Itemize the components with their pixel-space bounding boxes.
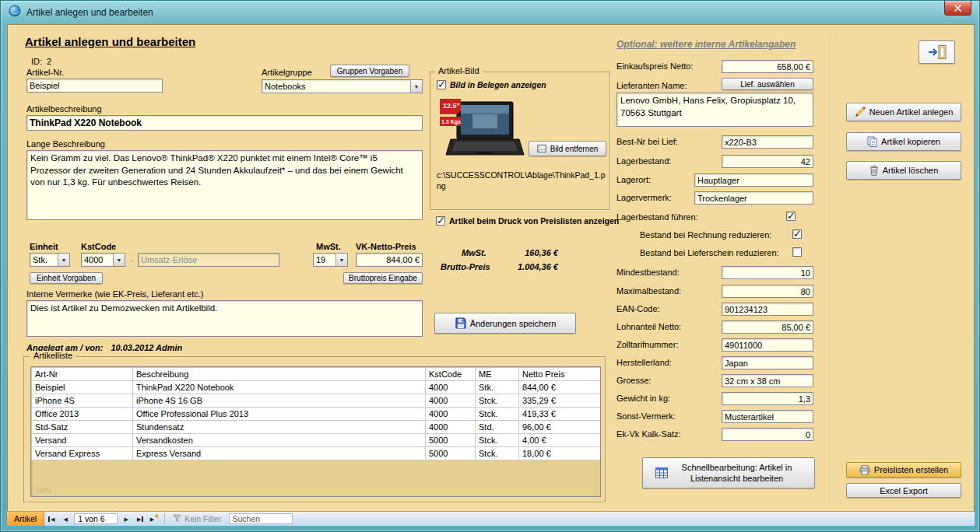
schnellbearbeitung-label: Schnellbearbeitung: Artikel in Listenans…: [672, 462, 803, 485]
artikel-cell: 5000: [426, 447, 476, 460]
new-article-button[interactable]: Neuen Artikel anlegen: [846, 103, 961, 121]
filter-indicator[interactable]: Kein Filter: [168, 512, 226, 526]
artikel-nr-input[interactable]: [26, 79, 163, 93]
chevron-down-icon[interactable]: ▼: [410, 80, 422, 93]
artikel-cell: Stk.: [476, 381, 519, 394]
next-record-button[interactable]: ▶: [119, 512, 133, 526]
save-button[interactable]: Änderungen speichern: [434, 313, 576, 334]
close-button[interactable]: [944, 1, 971, 16]
exit-form-button[interactable]: [919, 40, 955, 64]
column-header[interactable]: Netto Preis: [519, 368, 601, 381]
mwst-sum-value: 160,36 €: [484, 248, 558, 257]
bruttopreis-button[interactable]: Bruttopreis Eingabe: [343, 272, 423, 284]
last-record-button[interactable]: ▶: [133, 512, 147, 526]
gruppen-vorgaben-button[interactable]: Gruppen Vorgaben: [330, 65, 409, 77]
einheit-vorgaben-button[interactable]: Einheit Vorgaben: [30, 272, 103, 284]
optional-title: Optional: weitere interne Artikelangaben: [616, 39, 796, 50]
mindestbestand-input[interactable]: [722, 266, 813, 279]
record-search-input[interactable]: [229, 513, 293, 524]
column-header[interactable]: ME: [476, 368, 519, 381]
new-record-button[interactable]: ▶*: [147, 512, 161, 526]
artikel-row[interactable]: Office 2013Office Professional Plus 2013…: [32, 408, 601, 421]
lagerbestand-input[interactable]: [722, 155, 813, 168]
einheit-select[interactable]: Stk. ▼: [30, 253, 70, 267]
kstcode-label: KstCode: [81, 242, 116, 251]
bestand-lieferschein-checkbox[interactable]: [792, 247, 802, 257]
artikel-row[interactable]: VersandVersandkosten5000Stck.4,00 €: [32, 434, 601, 447]
kstcode-select[interactable]: 4000 ▼: [81, 253, 125, 267]
print-on-pricelist-checkbox[interactable]: [436, 216, 445, 226]
page-title: Artikel anlegen und bearbeiten: [25, 35, 195, 48]
bestand-lieferschein-label: Bestand bei Lieferschein reduzieren:: [640, 248, 779, 257]
groesse-input[interactable]: [722, 374, 813, 387]
vk-netto-input[interactable]: [356, 253, 423, 267]
lange-beschreibung-label: Lange Beschreibung: [26, 139, 105, 149]
form-area: Artikel anlegen und bearbeiten ID: 2 Art…: [7, 24, 975, 513]
titlebar[interactable]: Artikel anlegen und bearbeiten: [1, 1, 979, 24]
chevron-down-icon[interactable]: ▼: [58, 254, 69, 266]
artikel-row[interactable]: iPhone 4SiPhone 4S 16 GB4000Stck.335,29 …: [32, 394, 601, 408]
lagervermerk-input[interactable]: [694, 191, 813, 205]
excel-export-label: Excel Export: [880, 486, 928, 495]
save-icon: [455, 317, 466, 329]
artikel-row[interactable]: Std-SatzStundensatz4000Std.96,00 €: [32, 421, 601, 434]
bestand-rechnung-checkbox[interactable]: [792, 229, 802, 239]
bild-in-belegen-checkbox[interactable]: [437, 80, 446, 89]
app-icon: [9, 5, 21, 20]
lohnanteil-input[interactable]: [722, 320, 813, 334]
excel-export-button[interactable]: Excel Export: [846, 483, 961, 498]
artikel-row[interactable]: BeispielThinkPad X220 Notebook4000Stk.84…: [32, 381, 601, 394]
new-article-label: Neuen Artikel anlegen: [869, 107, 954, 117]
sonst-vermerk-input[interactable]: [722, 410, 813, 423]
bestnr-input[interactable]: [722, 135, 813, 149]
bestand-rechnung-label: Bestand bei Rechnung reduzieren:: [640, 230, 771, 240]
column-header[interactable]: Art-Nr: [32, 368, 133, 381]
create-pricelists-button[interactable]: Preislisten erstellen: [846, 462, 961, 478]
artikel-cell: 5000: [426, 434, 476, 447]
artikelbeschreibung-input[interactable]: [26, 115, 423, 131]
artikel-nr-label: Artikel-Nr.: [26, 68, 64, 77]
lieferant-textarea[interactable]: Lenovo GmbH, Hans Felix, Gropiusplatz 10…: [616, 93, 813, 127]
save-button-label: Änderungen speichern: [470, 319, 557, 328]
artikel-cell: Stundensatz: [133, 421, 426, 434]
record-source-tab[interactable]: Artikel: [7, 512, 44, 526]
copy-article-label: Artikel kopieren: [881, 137, 940, 146]
bild-entfernen-button[interactable]: Bild entfernen: [529, 141, 606, 156]
image-weight-badge: 1.3 Kgs: [441, 119, 461, 125]
column-header[interactable]: Beschreibung: [133, 368, 426, 381]
chevron-down-icon[interactable]: ▼: [335, 254, 347, 266]
artikelgruppe-select[interactable]: Notebooks ▼: [262, 79, 423, 93]
funnel-icon: [173, 514, 181, 524]
first-record-button[interactable]: ◀: [44, 512, 58, 526]
ean-input[interactable]: [722, 303, 813, 316]
herstellerland-input[interactable]: [722, 356, 813, 369]
schnellbearbeitung-button[interactable]: Schnellbearbeitung: Artikel in Listenans…: [642, 457, 815, 488]
lagerort-input[interactable]: [694, 173, 813, 187]
bestnr-label: Best-Nr bei Lief:: [616, 137, 678, 146]
delete-article-button[interactable]: Artikel löschen: [846, 161, 961, 180]
zolltarif-input[interactable]: [722, 338, 813, 352]
column-header[interactable]: KstCode: [426, 368, 476, 381]
mwst-select[interactable]: 19 ▼: [313, 253, 348, 267]
ek-vk-input[interactable]: [722, 428, 813, 441]
artikel-cell: iPhone 4S 16 GB: [133, 394, 426, 408]
lagerbestand-fuehren-checkbox[interactable]: [786, 212, 796, 221]
chevron-down-icon[interactable]: ▼: [113, 254, 125, 266]
artikel-cell: 4000: [426, 408, 476, 421]
bild-in-belegen-label: Bild in Belegen anzeigen: [450, 80, 546, 89]
lange-beschreibung-textarea[interactable]: Kein Gramm zu viel. Das Lenovo® ThinkPad…: [26, 150, 423, 220]
image-path: c:\SUCCESSCONTROL\Ablage\ThinkPad_1.png: [437, 170, 606, 191]
artikelliste-body: BeispielThinkPad X220 Notebook4000Stk.84…: [32, 381, 601, 460]
maximalbestand-input[interactable]: [722, 285, 813, 298]
lieferant-auswaehlen-button[interactable]: Lief. auswählen: [722, 78, 813, 90]
artikel-row[interactable]: Versand ExpressExpress Versand5000Stck.1…: [32, 447, 601, 460]
gewicht-input[interactable]: [722, 392, 813, 405]
artikel-cell: 4000: [426, 394, 476, 408]
einkaufspreis-input[interactable]: [722, 60, 813, 73]
record-position[interactable]: 1 von 6: [74, 513, 118, 524]
lagervermerk-label: Lagervermerk:: [616, 193, 672, 202]
copy-article-button[interactable]: Artikel kopieren: [846, 132, 961, 151]
interne-vermerke-textarea[interactable]: Dies ist Artikel zu Demozwecken mit Arti…: [26, 300, 423, 337]
previous-record-button[interactable]: ◀: [58, 512, 72, 526]
kstcode-value: 4000: [82, 255, 113, 264]
